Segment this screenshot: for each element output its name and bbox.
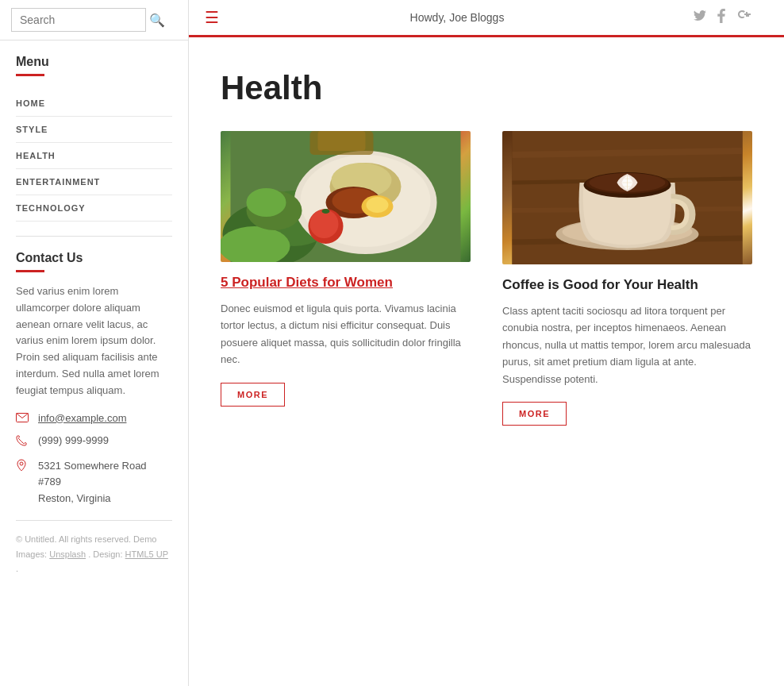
hamburger-icon[interactable]: ☰ — [205, 8, 221, 27]
articles-grid: 5 Popular Diets for Women Donec euismod … — [221, 131, 752, 426]
main-content-area: ☰ Howdy, Joe Bloggs Health — [189, 0, 784, 686]
article-card-diets: 5 Popular Diets for Women Donec euismod … — [221, 131, 471, 426]
article-title-coffee[interactable]: Coffee is Good for Your Health — [502, 277, 752, 293]
svg-point-15 — [310, 210, 339, 238]
article-title-diets[interactable]: 5 Popular Diets for Women — [221, 275, 471, 291]
nav-link-entertainment[interactable]: ENTERTAINMENT — [16, 169, 172, 195]
article-card-coffee: Coffee is Good for Your Health Class apt… — [502, 131, 752, 426]
social-icons — [694, 9, 752, 26]
nav-item-home[interactable]: HOME — [16, 91, 172, 117]
sidebar-divider — [16, 236, 172, 237]
phone-icon — [16, 435, 32, 449]
contact-title: Contact Us — [16, 251, 172, 265]
nav-item-entertainment[interactable]: ENTERTAINMENT — [16, 169, 172, 195]
search-bar: 🔍 — [0, 0, 188, 40]
howdy-text: Howdy, Joe Bloggs — [410, 11, 505, 24]
nav-item-health[interactable]: HEALTH — [16, 143, 172, 169]
article-body-coffee: Class aptent taciti sociosqu ad litora t… — [502, 303, 752, 387]
search-button[interactable]: 🔍 — [149, 13, 165, 28]
footer-text: © Untitled. All rights reserved. Demo Im… — [16, 532, 172, 576]
contact-desc: Sed varius enim lorem ullamcorper dolore… — [16, 283, 172, 399]
address-icon — [16, 459, 32, 474]
contact-address-item: 5321 Somewhere Road #789 Reston, Virgini… — [16, 458, 172, 507]
sidebar: 🔍 Menu HOME STYLE HEALTH ENTERTAINMENT T… — [0, 0, 189, 686]
page-title: Health — [221, 69, 752, 107]
svg-point-13 — [367, 197, 389, 213]
nav-link-style[interactable]: STYLE — [16, 117, 172, 142]
contact-divider — [16, 520, 172, 521]
svg-point-16 — [322, 209, 330, 214]
email-value[interactable]: info@example.com — [38, 412, 126, 424]
article-image-coffee — [502, 131, 752, 264]
article-image-food — [221, 131, 471, 262]
facebook-icon[interactable] — [717, 9, 725, 26]
search-input[interactable] — [11, 8, 146, 32]
phone-value: (999) 999-9999 — [38, 434, 109, 446]
article-body-diets: Donec euismod et ligula quis porta. Viva… — [221, 300, 471, 368]
svg-line-23 — [513, 151, 743, 155]
nav-item-style[interactable]: STYLE — [16, 117, 172, 143]
more-button-coffee[interactable]: MORE — [502, 402, 567, 426]
address-value: 5321 Somewhere Road #789 Reston, Virgini… — [38, 458, 172, 507]
email-icon — [16, 413, 32, 425]
nav-link-technology[interactable]: TECHNOLOGY — [16, 195, 172, 221]
menu-title-underline — [16, 74, 44, 76]
contact-title-underline — [16, 270, 44, 272]
nav-item-technology[interactable]: TECHNOLOGY — [16, 195, 172, 222]
googleplus-icon[interactable] — [736, 10, 752, 25]
nav-list: HOME STYLE HEALTH ENTERTAINMENT TECHNOLO… — [16, 91, 172, 222]
footer-unsplash-link[interactable]: Unsplash — [49, 549, 86, 559]
svg-rect-20 — [318, 131, 366, 151]
footer-html5up-link[interactable]: HTML5 UP — [125, 549, 168, 559]
contact-phone-item: (999) 999-9999 — [16, 434, 172, 449]
main-content: Health — [189, 37, 784, 457]
search-icon: 🔍 — [149, 13, 165, 27]
menu-title: Menu — [16, 55, 172, 69]
svg-point-1 — [20, 462, 23, 465]
svg-point-18 — [247, 188, 286, 217]
sidebar-inner: Menu HOME STYLE HEALTH ENTERTAINMENT TEC… — [0, 40, 188, 686]
top-bar: ☰ Howdy, Joe Bloggs — [189, 0, 784, 37]
contact-email-item: info@example.com — [16, 412, 172, 425]
nav-link-health[interactable]: HEALTH — [16, 143, 172, 168]
twitter-icon[interactable] — [694, 10, 706, 25]
more-button-diets[interactable]: MORE — [221, 383, 285, 407]
nav-link-home[interactable]: HOME — [16, 91, 172, 116]
